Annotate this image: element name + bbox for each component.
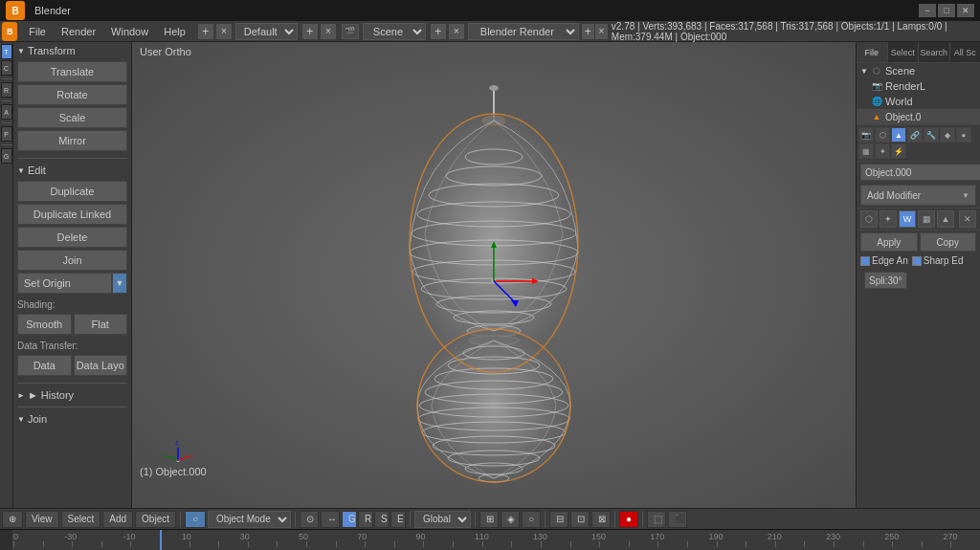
viewport[interactable]: User Ortho	[132, 42, 856, 508]
constraints-icon[interactable]: 🔗	[907, 127, 923, 143]
vb-rotate-btn[interactable]: R	[358, 511, 373, 528]
flat-button[interactable]: Flat	[74, 314, 128, 335]
toolbar-animation-btn[interactable]: A	[1, 104, 12, 120]
mod-icon-delete[interactable]: ✕	[959, 210, 976, 228]
duplicate-button[interactable]: Duplicate	[17, 181, 127, 202]
transform-section-header[interactable]: ▼ Transform	[13, 42, 131, 59]
vb-extra-5[interactable]: ⬛	[668, 511, 687, 528]
blender-menu-icon[interactable]: B	[2, 22, 17, 41]
mod-icon-1[interactable]: ⬡	[860, 210, 878, 228]
mode-icon-btn[interactable]: ○	[185, 511, 206, 528]
scene-selector[interactable]: Scene	[363, 23, 426, 40]
translate-button[interactable]: Translate	[17, 61, 127, 82]
textures-icon[interactable]: ▦	[858, 143, 874, 159]
add-engine-button[interactable]: +	[582, 24, 594, 39]
vb-extra-1[interactable]: ⊟	[549, 511, 568, 528]
delete-button[interactable]: Delete	[17, 227, 127, 248]
remove-layout-button[interactable]: ×	[216, 24, 232, 39]
apply-button[interactable]: Apply	[860, 232, 918, 252]
vb-scale-btn[interactable]: S	[374, 511, 390, 528]
vb-pivot-btn[interactable]: ⊙	[300, 511, 319, 528]
data-button[interactable]: Data	[17, 355, 72, 376]
title-bar-controls[interactable]: − □ ✕	[919, 4, 974, 17]
add-layout2-button[interactable]: +	[302, 24, 318, 39]
sharp-ed-checkbox[interactable]: Sharp Ed	[912, 255, 964, 266]
mode-selector[interactable]: Object Mode	[208, 511, 291, 528]
scene-prop-icon[interactable]: ⬡	[875, 127, 890, 143]
toolbar-relations-btn[interactable]: R	[1, 82, 12, 98]
close-button[interactable]: ✕	[957, 4, 974, 17]
menu-render[interactable]: Render	[54, 21, 103, 41]
view-menu-btn[interactable]: View	[25, 511, 59, 528]
remove-engine-button[interactable]: ×	[595, 24, 608, 39]
object-name-input[interactable]	[860, 164, 980, 181]
mod-icon-5[interactable]: ▲	[937, 210, 954, 228]
add-scene-button[interactable]: +	[431, 24, 446, 39]
vb-extra-btn[interactable]: E	[390, 511, 406, 528]
toolbar-create-btn[interactable]: C	[1, 60, 12, 76]
all-sc-tab[interactable]: All Sc	[950, 42, 981, 62]
playhead[interactable]	[160, 530, 162, 550]
vb-record-btn[interactable]: ●	[619, 511, 638, 528]
edge-an-check[interactable]	[860, 256, 870, 266]
materials-icon[interactable]: ●	[956, 127, 971, 143]
duplicate-linked-button[interactable]: Duplicate Linked	[17, 204, 127, 225]
timeline-ruler[interactable]: -50-30-101030507090110130150170190210230…	[13, 530, 980, 550]
snap-toggle[interactable]: ⊞	[479, 511, 499, 528]
render-icon[interactable]: 📷	[858, 127, 874, 143]
add-modifier-button[interactable]: Add Modifier ▼	[860, 185, 976, 206]
toolbar-tools-btn[interactable]: T	[1, 44, 12, 59]
scale-button[interactable]: Scale	[17, 107, 127, 128]
snap-element[interactable]: ◈	[501, 511, 520, 528]
set-origin-button[interactable]: Set Origin	[17, 273, 112, 294]
scene-tree-item[interactable]: ▼ ⬡ Scene	[857, 63, 980, 78]
minimize-button[interactable]: −	[919, 4, 936, 17]
menu-window[interactable]: Window	[103, 21, 156, 41]
rotate-button[interactable]: Rotate	[17, 84, 127, 105]
physics-icon[interactable]: ⚡	[891, 143, 906, 159]
select-menu-btn[interactable]: Select	[61, 511, 101, 528]
edit-section-header[interactable]: ▼ Edit	[13, 162, 131, 179]
select-tab-right[interactable]: Select	[888, 42, 920, 62]
smooth-button[interactable]: Smooth	[17, 314, 72, 335]
render-engine-selector[interactable]: Blender Render	[468, 23, 579, 40]
add-menu-btn[interactable]: Add	[102, 511, 133, 528]
add-layout-button[interactable]: +	[198, 24, 213, 39]
copy-button[interactable]: Copy	[920, 232, 977, 252]
vb-extra-3[interactable]: ⊠	[591, 511, 611, 528]
maximize-button[interactable]: □	[938, 4, 955, 17]
world-tree-item[interactable]: 🌐 World	[857, 94, 980, 109]
edge-an-checkbox[interactable]: Edge An	[860, 255, 908, 266]
particles-icon[interactable]: ✦	[875, 143, 890, 159]
remove-scene-button[interactable]: ×	[449, 24, 464, 39]
data-icon[interactable]: ◆	[940, 127, 955, 143]
viewport-3d[interactable]	[132, 42, 856, 508]
object-tree-item[interactable]: ▲ Object.0	[857, 109, 980, 124]
mod-icon-2[interactable]: ✦	[880, 210, 897, 228]
vb-icon-btn[interactable]: ⊕	[2, 511, 23, 528]
history-section-header[interactable]: ► ► History	[13, 386, 131, 404]
search-tab[interactable]: Search	[919, 42, 950, 62]
join-section-header[interactable]: ▼ Join	[13, 410, 131, 428]
menu-help[interactable]: Help	[156, 21, 193, 41]
modifiers-icon[interactable]: 🔧	[924, 127, 939, 143]
set-origin-arrow[interactable]: ▼	[112, 273, 127, 294]
proportional-edit[interactable]: ○	[522, 511, 541, 528]
menu-file[interactable]: File	[21, 21, 54, 41]
mod-icon-4[interactable]: ▦	[918, 210, 935, 228]
vb-grab-btn[interactable]: G	[342, 511, 357, 528]
object-prop-icon[interactable]: ▲	[891, 127, 906, 143]
object-menu-btn[interactable]: Object	[135, 511, 176, 528]
join-button[interactable]: Join	[17, 250, 127, 271]
vb-extra-2[interactable]: ⊡	[570, 511, 590, 528]
transform-orientation-selector[interactable]: Global	[414, 511, 471, 528]
layout-selector[interactable]: Default	[235, 23, 298, 40]
view-tab[interactable]: File	[857, 42, 888, 62]
sharp-ed-check[interactable]	[912, 256, 922, 266]
data-layo-button[interactable]: Data Layo	[74, 355, 128, 376]
toolbar-greasepencil-btn[interactable]: G	[1, 148, 12, 164]
mirror-button[interactable]: Mirror	[17, 130, 127, 151]
remove-layout2-button[interactable]: ×	[321, 24, 336, 39]
split-angle-button[interactable]: Spli:30°	[864, 272, 907, 289]
mod-icon-3[interactable]: W	[899, 210, 916, 228]
